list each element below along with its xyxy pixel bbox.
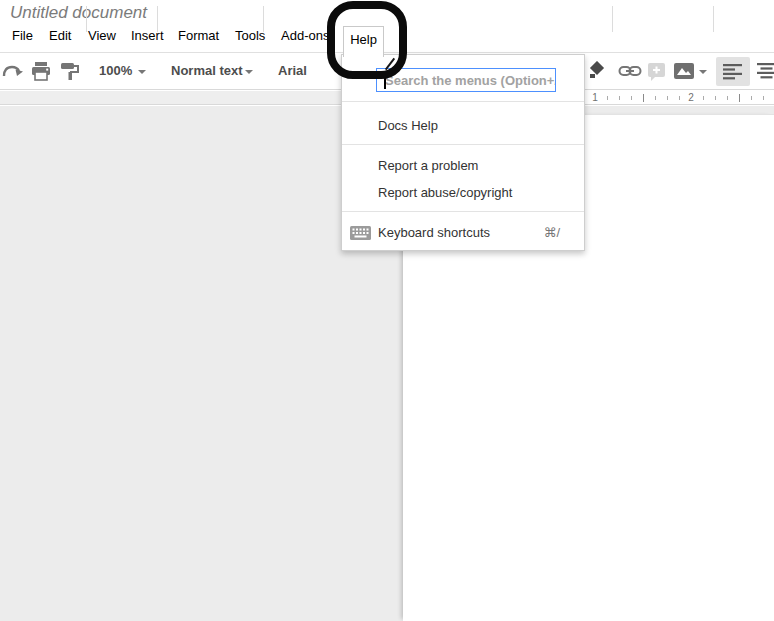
print-icon[interactable] (30, 61, 52, 81)
menu-format[interactable]: Format (178, 28, 219, 43)
toolbar-separator (612, 6, 613, 32)
menu-item-report-problem[interactable]: Report a problem (342, 152, 584, 179)
paragraph-style-select[interactable]: Normal text (171, 52, 243, 90)
toolbar-separator (263, 6, 264, 32)
ruler-number-2: 2 (685, 91, 697, 104)
toolbar-separator (86, 6, 87, 32)
help-menu-panel: Docs Help Report a problem Report abuse/… (341, 54, 585, 251)
align-center-icon[interactable] (757, 63, 774, 83)
menubar: File Edit View Insert Format Tools Add-o… (0, 28, 774, 50)
text-highlight-icon[interactable] (587, 61, 607, 81)
google-docs-window: Untitled document File Edit View Insert … (0, 0, 774, 621)
zoom-select[interactable]: 100% (99, 52, 132, 90)
menu-tools[interactable]: Tools (235, 28, 265, 43)
menu-insert[interactable]: Insert (131, 28, 164, 43)
font-select[interactable]: Arial (278, 52, 307, 90)
align-left-icon (723, 64, 743, 80)
menu-item-docs-help[interactable]: Docs Help (342, 112, 584, 139)
menu-view[interactable]: View (88, 28, 116, 43)
menu-item-keyboard-shortcuts[interactable]: Keyboard shortcuts ⌘/ (342, 219, 584, 246)
insert-link-icon[interactable] (618, 61, 640, 81)
insert-comment-icon[interactable] (646, 61, 668, 81)
redo-icon[interactable] (2, 61, 24, 81)
toolbar-separator (157, 6, 158, 32)
menu-separator (342, 144, 584, 145)
paint-format-icon[interactable] (59, 61, 81, 81)
menu-file[interactable]: File (12, 28, 33, 43)
ruler-number-1: 1 (589, 91, 601, 104)
search-menus-input[interactable] (376, 68, 556, 92)
menu-help-active[interactable]: Help (343, 26, 384, 57)
shortcut-label: ⌘/ (543, 219, 560, 246)
menu-separator (342, 211, 584, 212)
text-cursor (384, 71, 386, 89)
toolbar-separator (713, 6, 714, 32)
document-title[interactable]: Untitled document (10, 3, 147, 23)
insert-image-icon[interactable] (673, 61, 695, 81)
align-left-button-selected[interactable] (716, 57, 750, 86)
zoom-caret-icon[interactable] (138, 70, 146, 74)
style-caret-icon[interactable] (245, 70, 253, 74)
menu-separator (342, 101, 584, 102)
menu-addons[interactable]: Add-ons (281, 28, 329, 43)
menu-item-report-abuse[interactable]: Report abuse/copyright (342, 179, 584, 206)
menu-edit[interactable]: Edit (49, 28, 71, 43)
image-caret-icon[interactable] (699, 70, 707, 74)
keyboard-icon (350, 226, 371, 240)
